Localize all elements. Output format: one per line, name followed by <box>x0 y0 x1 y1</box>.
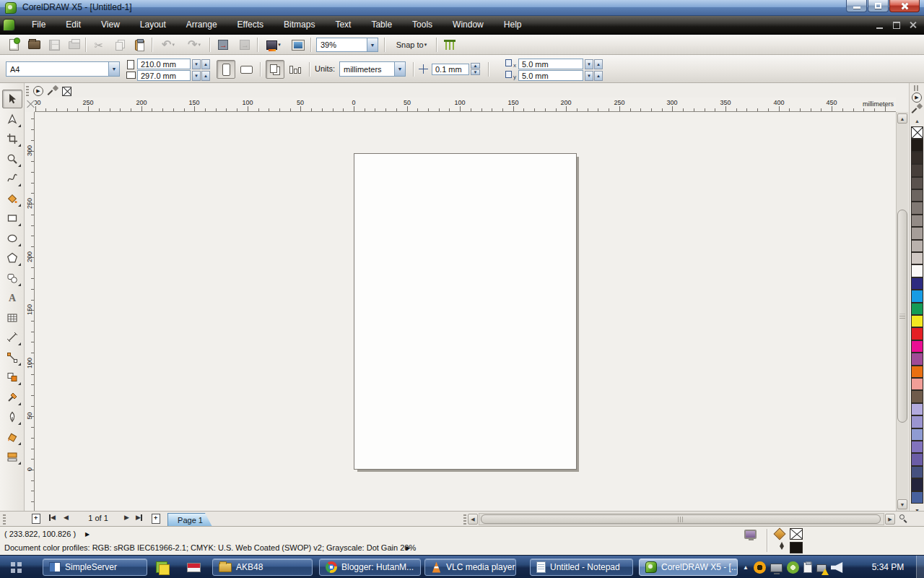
landscape-button[interactable] <box>237 60 256 79</box>
menu-file[interactable]: File <box>22 16 56 35</box>
flyout-arrow-icon[interactable] <box>18 342 21 345</box>
import-button[interactable] <box>214 37 232 53</box>
menu-window[interactable]: Window <box>443 16 494 35</box>
color-swatch[interactable] <box>911 277 923 290</box>
portrait-button[interactable] <box>217 60 235 79</box>
duplicate-x-spinner[interactable]: ▼▲ <box>585 59 603 69</box>
network-warning-icon[interactable] <box>816 564 827 572</box>
blend-tool[interactable] <box>2 368 22 387</box>
rectangle-tool[interactable] <box>2 209 22 228</box>
menu-text[interactable]: Text <box>325 16 361 35</box>
pick-tool[interactable] <box>2 90 22 108</box>
welcome-screen-button[interactable] <box>289 37 308 53</box>
vertical-scroll-thumb[interactable] <box>897 210 907 423</box>
color-swatch[interactable] <box>911 177 923 189</box>
start-button[interactable] <box>11 562 22 573</box>
menu-table[interactable]: Table <box>361 16 402 35</box>
ellipse-tool[interactable] <box>2 229 22 248</box>
color-swatch[interactable] <box>911 478 923 491</box>
menu-view[interactable]: View <box>91 16 130 35</box>
document-icon[interactable] <box>3 19 15 31</box>
options-button[interactable] <box>440 37 459 53</box>
toolbar-grip[interactable] <box>26 86 29 96</box>
freehand-tool[interactable] <box>2 169 22 188</box>
text-tool[interactable]: A <box>2 288 22 307</box>
color-swatch[interactable] <box>911 378 923 390</box>
color-swatch[interactable] <box>911 466 923 478</box>
export-button[interactable] <box>235 37 254 53</box>
media-green-icon[interactable] <box>787 561 799 574</box>
cut-button[interactable]: ✂ <box>90 37 108 53</box>
duplicate-y-field[interactable]: 5.0 mm <box>518 70 583 81</box>
cursor-position-expand-icon[interactable]: ▶ <box>85 531 90 538</box>
media-orange-icon[interactable] <box>754 561 766 574</box>
print-button[interactable] <box>65 37 84 53</box>
menu-effects[interactable]: Effects <box>227 16 274 35</box>
page-tab[interactable]: Page 1 <box>167 513 212 527</box>
add-page-start-button[interactable] <box>32 514 40 524</box>
flyout-arrow-icon[interactable] <box>18 283 21 286</box>
units-arrow-icon[interactable]: ▼ <box>394 62 405 76</box>
color-swatch[interactable] <box>911 139 923 151</box>
minimize-button[interactable] <box>846 0 867 12</box>
interactive-fill-tool[interactable] <box>2 447 22 466</box>
all-pages-button[interactable] <box>266 60 284 79</box>
color-swatch[interactable] <box>911 327 923 340</box>
navigator-grip[interactable] <box>3 514 6 525</box>
flyout-arrow-icon[interactable] <box>18 164 21 167</box>
taskbar-button-notepad[interactable]: Untitled - Notepad <box>530 558 633 576</box>
color-swatch[interactable] <box>911 189 923 202</box>
hscroll-grip[interactable] <box>463 514 466 525</box>
mdi-restore-button[interactable] <box>892 21 902 29</box>
flyout-arrow-icon[interactable] <box>18 422 21 425</box>
zoom-to-area-button[interactable] <box>897 513 909 525</box>
color-swatch[interactable] <box>911 491 923 504</box>
flyout-arrow-icon[interactable] <box>18 204 21 207</box>
add-page-end-button[interactable] <box>152 514 160 524</box>
color-swatch[interactable] <box>911 303 923 315</box>
duplicate-x-field[interactable]: 5.0 mm <box>518 59 583 69</box>
color-swatch[interactable] <box>911 227 923 239</box>
taskbar-clock[interactable]: 5:34 PM <box>866 556 910 578</box>
color-swatch[interactable] <box>911 152 923 164</box>
open-button[interactable] <box>25 37 43 53</box>
table-tool[interactable] <box>2 309 22 327</box>
smart-fill-tool[interactable] <box>2 189 22 208</box>
outline-color-icon[interactable] <box>778 542 785 553</box>
flyout-arrow-icon[interactable] <box>18 243 21 246</box>
color-eyedropper-tool[interactable] <box>2 388 22 407</box>
scroll-right-icon[interactable]: ▶ <box>885 514 895 525</box>
taskbar-button-folder[interactable]: AKB48 <box>212 558 313 576</box>
save-button[interactable] <box>45 37 64 53</box>
outline-color-swatch[interactable] <box>790 542 803 553</box>
menu-help[interactable]: Help <box>494 16 532 35</box>
flyout-arrow-icon[interactable] <box>18 263 21 266</box>
palette-grip[interactable] <box>914 85 920 91</box>
copy-button[interactable] <box>110 37 128 53</box>
play-macro-icon[interactable]: ▶ <box>33 86 43 96</box>
drawing-canvas[interactable] <box>35 112 896 511</box>
mdi-minimize-button[interactable] <box>875 21 885 29</box>
fill-color-swatch[interactable] <box>790 528 803 540</box>
paper-width-field[interactable]: 210.0 mm <box>137 59 191 69</box>
eyedropper-icon[interactable] <box>48 86 58 96</box>
crop-tool[interactable] <box>2 129 22 148</box>
last-page-button[interactable]: ▶ <box>136 514 142 521</box>
menu-edit[interactable]: Edit <box>56 16 91 35</box>
zoom-combo-arrow-icon[interactable]: ▼ <box>367 38 378 51</box>
menu-tools[interactable]: Tools <box>402 16 443 35</box>
paper-height-spinner[interactable]: ▼▲ <box>192 71 210 81</box>
flyout-arrow-icon[interactable] <box>18 124 21 127</box>
color-swatch[interactable] <box>911 290 923 302</box>
previous-page-button[interactable]: ◀ <box>64 514 69 521</box>
horizontal-ruler[interactable]: millimeters 3002502001501005005010015020… <box>35 98 896 112</box>
taskbar-button-window[interactable]: SimpleServer <box>43 558 147 576</box>
flyout-arrow-icon[interactable] <box>18 184 21 186</box>
taskbar-button-coreldraw[interactable]: CorelDRAW X5 - [... <box>639 558 738 576</box>
flyout-arrow-icon[interactable] <box>18 223 21 226</box>
straight-line-connector-tool[interactable] <box>2 348 22 367</box>
scroll-left-icon[interactable]: ◀ <box>468 514 478 525</box>
color-swatch[interactable] <box>911 252 923 264</box>
flyout-arrow-icon[interactable] <box>18 462 21 465</box>
horizontal-scroll-thumb[interactable] <box>481 514 881 524</box>
